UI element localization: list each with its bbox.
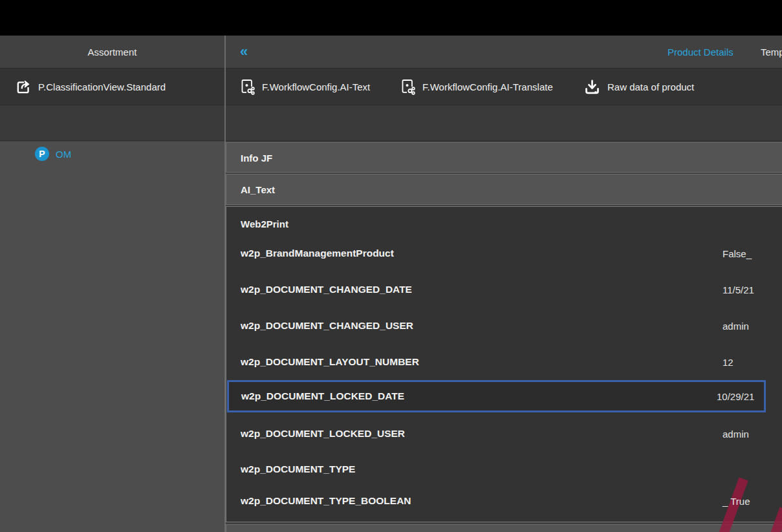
section-label: Info JF — [241, 152, 272, 163]
attribute-name: w2p_DOCUMENT_LAYOUT_NUMBER — [241, 356, 419, 368]
attribute-row[interactable]: w2p_DOCUMENT_CHANGED_DATE11/5/21 — [226, 274, 782, 305]
classification-view-button[interactable]: P.ClassificationView.Standard — [15, 69, 166, 105]
workflow-config-ai-translate-button[interactable]: F.WorkflowConfig.AI-Translate — [400, 69, 553, 105]
app-window: Assortment « Product Details Temp P.Clas… — [0, 0, 782, 532]
workflow-config-ai-text-button[interactable]: F.WorkflowConfig.AI-Text — [240, 69, 370, 105]
product-type-badge: P — [35, 147, 49, 161]
attribute-name: w2p_DOCUMENT_LOCKED_USER — [241, 428, 405, 440]
attribute-name: w2p_DOCUMENT_CHANGED_DATE — [241, 284, 412, 295]
tab-template[interactable]: Temp — [761, 36, 782, 69]
attribute-name: w2p_BrandManagementProduct — [241, 248, 394, 259]
workflow-config-ai-translate-label: F.WorkflowConfig.AI-Translate — [422, 81, 553, 92]
download-icon — [583, 78, 601, 96]
attribute-row[interactable]: w2p_DOCUMENT_TYPE_BOOLEAN_ True — [226, 485, 782, 516]
collapse-panel-icon[interactable]: « — [240, 36, 248, 69]
raw-data-of-product-label: Raw data of product — [607, 81, 694, 92]
sidebar-item-om[interactable]: P OM — [0, 145, 224, 163]
section-title: Web2Print — [241, 217, 288, 232]
attribute-row[interactable]: w2p_DOCUMENT_LAYOUT_NUMBER12 — [226, 346, 782, 378]
section-row-ai-text[interactable]: AI_Text — [226, 174, 782, 205]
section-panel-web2print: Web2Print w2p_BrandManagementProductFals… — [226, 206, 782, 522]
section-row-info-jf[interactable]: Info JF — [226, 142, 782, 173]
workflow-config-icon — [240, 78, 255, 96]
panel-divider[interactable] — [224, 36, 226, 532]
attribute-value: 10/29/21 — [717, 391, 754, 402]
attribute-value: admin — [722, 321, 749, 332]
attribute-name: w2p_DOCUMENT_CHANGED_USER — [241, 320, 413, 332]
section-row-bottom[interactable] — [226, 524, 782, 532]
section-label: AI_Text — [241, 184, 275, 195]
sidebar-title: Assortment — [0, 36, 224, 69]
attribute-row[interactable]: w2p_DOCUMENT_CHANGED_USERadmin — [226, 310, 782, 341]
attribute-value: 12 — [722, 357, 733, 368]
workflow-config-ai-text-label: F.WorkflowConfig.AI-Text — [262, 81, 370, 92]
attribute-row[interactable]: w2p_BrandManagementProductFalse_ — [226, 238, 782, 269]
raw-data-of-product-button[interactable]: Raw data of product — [583, 69, 694, 105]
tab-product-details[interactable]: Product Details — [668, 36, 733, 69]
top-black-bar — [0, 0, 782, 36]
sub-header-band — [0, 105, 782, 141]
sidebar-item-om-label: OM — [56, 149, 71, 160]
classification-view-label: P.ClassificationView.Standard — [38, 81, 166, 92]
attribute-name: w2p_DOCUMENT_LOCKED_DATE — [241, 390, 404, 402]
attribute-name: w2p_DOCUMENT_TYPE — [241, 463, 355, 475]
workflow-config-icon — [400, 78, 416, 96]
attribute-value: False_ — [722, 248, 752, 259]
attribute-row[interactable]: w2p_DOCUMENT_TYPE — [226, 454, 782, 485]
attribute-value: _ True — [722, 496, 750, 507]
share-icon — [15, 79, 32, 96]
attribute-value: 11/5/21 — [722, 284, 754, 295]
attribute-value: admin — [722, 429, 749, 440]
attribute-row-selected[interactable]: w2p_DOCUMENT_LOCKED_DATE10/29/21 — [227, 380, 766, 412]
sidebar-panel — [0, 142, 224, 532]
attribute-row[interactable]: w2p_DOCUMENT_LOCKED_USERadmin — [226, 418, 782, 449]
attribute-name: w2p_DOCUMENT_TYPE_BOOLEAN — [241, 495, 411, 507]
